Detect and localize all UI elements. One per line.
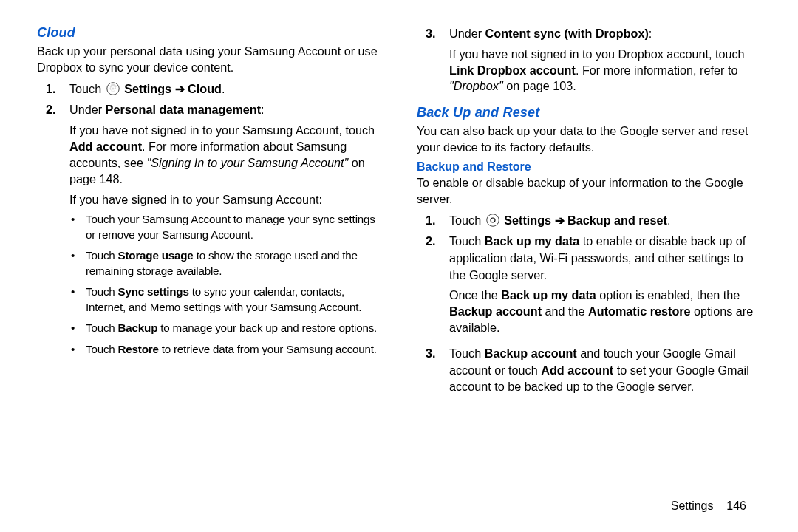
t: Back up my data: [485, 234, 580, 248]
t: If you have not signed in to you Dropbox…: [449, 47, 745, 61]
gear-icon: [106, 82, 120, 95]
t: Touch: [86, 343, 118, 355]
step-number: 1.: [37, 81, 69, 98]
footer-page-number: 146: [726, 499, 746, 512]
pdm-para-1: If you have not signed in to your Samsun…: [69, 123, 381, 187]
cloud-intro: Back up your personal data using your Sa…: [37, 44, 381, 76]
colon: :: [261, 103, 265, 116]
arrow: ➔: [175, 82, 188, 95]
text-cloud: Cloud: [188, 82, 222, 95]
bur-intro: You can also back up your data to the Go…: [417, 123, 761, 156]
t: Touch: [449, 347, 485, 360]
t: Backup account: [485, 347, 577, 360]
t: Backup: [118, 321, 158, 334]
t: Touch: [86, 249, 118, 262]
bur-sub: To enable or disable backup of your info…: [417, 175, 761, 208]
dot: .: [222, 82, 225, 95]
t: Storage usage: [118, 249, 194, 262]
t: Content sync (with Dropbox): [485, 27, 649, 40]
cloud-steps: 1. Touch Settings ➔ Cloud. 2. Under Pers…: [37, 81, 381, 364]
cross-ref: "Dropbox": [449, 79, 503, 92]
t: Link Dropbox account: [449, 64, 576, 77]
bullet-icon: •: [69, 321, 86, 336]
step-3: 3. Touch Backup account and touch your G…: [417, 345, 761, 395]
t: to retrieve data from your Samsung accou…: [159, 343, 377, 355]
bullet-icon: •: [69, 212, 86, 242]
cloud-steps-cont: 3. Under Content sync (with Dropbox): If…: [417, 25, 761, 99]
t: Backup and reset: [567, 214, 667, 227]
step-1: 1. Touch Settings ➔ Cloud.: [37, 81, 381, 98]
text-settings: Settings: [124, 82, 171, 95]
heading-cloud: Cloud: [37, 25, 381, 41]
list-item: •Touch Restore to retrieve data from you…: [69, 342, 381, 358]
t: and the: [542, 304, 588, 318]
t: Touch: [449, 214, 485, 227]
t: Touch: [86, 285, 118, 298]
t: If you have not signed in to your Samsun…: [69, 123, 375, 137]
t: Backup account: [449, 304, 542, 318]
colon: :: [649, 27, 652, 40]
arrow: ➔: [555, 214, 568, 227]
bullet-list: •Touch your Samsung Account to manage yo…: [69, 212, 381, 357]
bullet-icon: •: [69, 284, 86, 315]
step-number: 2.: [37, 101, 69, 363]
svg-point-1: [486, 214, 499, 226]
t: Add account: [69, 140, 142, 153]
dropbox-para: If you have not signed in to you Dropbox…: [449, 47, 761, 95]
right-column: 3. Under Content sync (with Dropbox): If…: [399, 25, 761, 517]
step-number: 3.: [417, 345, 449, 395]
text: Under: [69, 103, 106, 116]
t: option is enabled, then the: [596, 288, 740, 301]
backup-steps: 1. Touch Settings ➔ Backup and reset. 2.…: [417, 212, 761, 395]
gear-icon: [486, 214, 499, 227]
step-1: 1. Touch Settings ➔ Backup and reset.: [417, 212, 761, 229]
bullet-icon: •: [69, 248, 86, 279]
text-pdm: Personal data management: [106, 103, 262, 116]
t: Under: [449, 27, 485, 40]
t: Settings: [504, 214, 551, 227]
step-number: 1.: [417, 212, 449, 229]
heading-backup-restore: Backup and Restore: [417, 160, 761, 174]
t: on page 103.: [503, 79, 576, 92]
step-number: 2.: [417, 233, 449, 341]
page-footer: Settings 146: [671, 499, 746, 513]
step-number: 3.: [417, 25, 449, 99]
t: Restore: [118, 343, 159, 355]
left-column: Cloud Back up your personal data using y…: [37, 25, 399, 517]
t: Touch: [86, 321, 118, 334]
t: Sync settings: [118, 285, 189, 298]
t: Back up my data: [501, 288, 596, 301]
t: Touch your Samsung Account to manage you…: [86, 212, 381, 242]
t: Automatic restore: [588, 304, 691, 318]
svg-point-2: [491, 218, 495, 222]
t: to manage your back up and restore optio…: [157, 321, 377, 334]
list-item: •Touch Sync settings to sync your calend…: [69, 284, 381, 315]
heading-backup-reset: Back Up and Reset: [417, 105, 761, 120]
step-2: 2. Touch Back up my data to enable or di…: [417, 233, 761, 341]
step2-extra: Once the Back up my data option is enabl…: [449, 287, 761, 336]
list-item: •Touch Backup to manage your back up and…: [69, 321, 381, 336]
t: . For more information, refer to: [576, 64, 738, 77]
step-2: 2. Under Personal data management: If yo…: [37, 101, 381, 363]
t: Once the: [449, 288, 501, 301]
manual-page: Cloud Back up your personal data using y…: [0, 0, 798, 532]
bullet-icon: •: [69, 342, 86, 358]
pdm-para-2: If you have signed in to your Samsung Ac…: [69, 192, 381, 208]
list-item: •Touch Storage usage to show the storage…: [69, 248, 381, 279]
dot: .: [667, 214, 671, 227]
footer-section: Settings: [671, 499, 714, 512]
t: Touch: [449, 234, 485, 248]
text: Touch: [69, 82, 105, 95]
cross-ref: "Signing In to your Samsung Account": [146, 156, 348, 169]
list-item: •Touch your Samsung Account to manage yo…: [69, 212, 381, 242]
step-3: 3. Under Content sync (with Dropbox): If…: [417, 25, 761, 99]
t: Add account: [541, 364, 613, 377]
